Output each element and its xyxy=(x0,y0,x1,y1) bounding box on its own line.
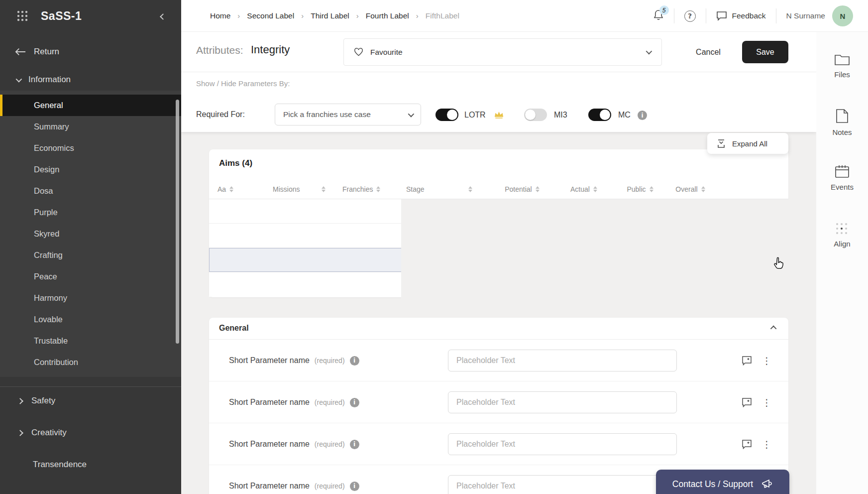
cancel-button[interactable]: Cancel xyxy=(685,41,731,63)
contact-support-button[interactable]: Contact Us / Support xyxy=(656,470,789,494)
sidebar-item-contribution[interactable]: Contribution xyxy=(0,352,181,373)
info-icon[interactable]: i xyxy=(350,440,359,449)
sidebar-item-harmony[interactable]: Harmony xyxy=(0,287,181,309)
rail-item-events[interactable]: Events xyxy=(816,164,868,220)
kebab-menu-icon[interactable]: ⋮ xyxy=(762,398,771,407)
kebab-menu-icon[interactable]: ⋮ xyxy=(762,440,771,449)
required-hint: (required) xyxy=(315,482,345,490)
sidebar-item-crafting[interactable]: Crafting xyxy=(0,245,181,266)
sidebar-item-purple[interactable]: Purple xyxy=(0,202,181,223)
info-icon[interactable]: i xyxy=(350,398,359,407)
breadcrumb-third[interactable]: Third Label xyxy=(311,11,349,20)
avatar: N xyxy=(832,5,853,26)
help-button[interactable]: ? xyxy=(684,10,696,22)
parameter-row: Short Parameter name (required) i ⋮ xyxy=(209,381,788,423)
rail-item-files[interactable]: Files xyxy=(816,53,868,109)
parameter-actions: ⋮ xyxy=(742,340,771,381)
sidebar-item-label: Contribution xyxy=(34,358,78,367)
sidebar-group-transendence[interactable]: Transendence xyxy=(0,452,181,477)
rail-item-notes[interactable]: Notes xyxy=(816,109,868,164)
info-icon[interactable]: i xyxy=(350,482,359,491)
sidebar-item-label: Peace xyxy=(34,272,57,281)
franchise-use-case-select[interactable]: Pick a franchies use case xyxy=(275,104,421,125)
sort-icon xyxy=(701,186,705,192)
unfold-icon xyxy=(716,139,726,148)
column-header-overall[interactable]: Overall xyxy=(666,185,715,193)
column-header-public[interactable]: Public xyxy=(614,185,666,193)
select-value: Pick a franchies use case xyxy=(283,110,371,119)
header-panel: Attributes: Integrity Favourite Cancel S… xyxy=(181,32,816,132)
sidebar-item-label: Economics xyxy=(34,143,74,153)
parameter-input[interactable] xyxy=(448,391,677,413)
sidebar-collapse-icon[interactable] xyxy=(161,10,165,21)
sidebar-item-label: Design xyxy=(34,165,59,174)
sidebar-item-design[interactable]: Design xyxy=(0,159,181,180)
add-comment-icon[interactable] xyxy=(742,439,752,449)
sort-icon xyxy=(593,186,597,192)
megaphone-icon xyxy=(761,479,773,490)
rail-label: Align xyxy=(834,240,850,248)
breadcrumb-separator: › xyxy=(416,11,419,20)
expand-all-button[interactable]: Expand All xyxy=(707,133,788,154)
column-label: Actual xyxy=(570,185,590,193)
collapse-section-icon[interactable] xyxy=(770,326,777,332)
sidebar-item-general[interactable]: General xyxy=(0,95,181,116)
sidebar-item-peace[interactable]: Peace xyxy=(0,266,181,287)
sidebar-section-information[interactable]: Information xyxy=(0,71,181,89)
sort-icon xyxy=(468,186,472,192)
column-label: Potential xyxy=(505,185,532,193)
toggle-mi3[interactable] xyxy=(524,109,547,121)
breadcrumb-current: FifthLabel xyxy=(426,11,459,20)
sidebar-item-dosa[interactable]: Dosa xyxy=(0,180,181,202)
info-icon[interactable]: i xyxy=(350,356,359,366)
sidebar-group-safety[interactable]: Safety xyxy=(0,388,181,413)
required-hint: (required) xyxy=(315,440,345,448)
feedback-button[interactable]: Feedback xyxy=(716,11,766,21)
required-hint: (required) xyxy=(315,398,345,406)
column-header-stage[interactable]: Stage xyxy=(401,185,491,193)
breadcrumb-fourth[interactable]: Fourth Label xyxy=(366,11,409,20)
back-arrow-icon xyxy=(15,48,26,56)
apps-grid-icon[interactable] xyxy=(17,10,28,21)
table-row-onerule: ☆ OneRule LOTR Acquired 12 - - - × xyxy=(209,272,788,297)
parameter-input[interactable] xyxy=(448,350,677,371)
notification-badge: 5 xyxy=(659,5,669,15)
sidebar-item-lovable[interactable]: Lovable xyxy=(0,309,181,330)
sidebar-item-trustable[interactable]: Trustable xyxy=(0,330,181,352)
add-comment-icon[interactable] xyxy=(742,356,752,366)
toggle-mc[interactable] xyxy=(588,109,611,121)
rail-item-align[interactable]: Align xyxy=(816,220,868,276)
column-header-aa[interactable]: Aa xyxy=(209,185,237,193)
user-menu[interactable]: N Surname N xyxy=(786,5,853,26)
column-header-franchies[interactable]: Franchies xyxy=(338,185,401,193)
add-comment-icon[interactable] xyxy=(742,397,752,407)
info-icon[interactable]: i xyxy=(638,111,647,120)
rail-label: Files xyxy=(834,70,850,79)
sidebar-item-summary[interactable]: Summary xyxy=(0,116,181,137)
notifications-button[interactable]: 5 xyxy=(653,9,664,23)
column-header-potential[interactable]: Potential xyxy=(491,185,553,193)
attributes-value: Integrity xyxy=(251,43,290,56)
parameter-input[interactable] xyxy=(448,475,677,494)
sidebar-return[interactable]: Return xyxy=(0,43,181,61)
breadcrumb-second[interactable]: Second Label xyxy=(247,11,294,20)
general-title-row: General xyxy=(209,318,788,340)
sidebar-scrollbar[interactable] xyxy=(176,100,179,344)
breadcrumb-home[interactable]: Home xyxy=(210,11,230,20)
favourite-dropdown[interactable]: Favourite xyxy=(343,38,662,66)
aims-card: Aims (4) Aa Missions Franchies Stage Pot… xyxy=(209,149,788,297)
parameter-input[interactable] xyxy=(448,433,677,455)
contact-support-label: Contact Us / Support xyxy=(672,479,753,490)
column-header-missions[interactable]: Missions xyxy=(265,185,338,193)
save-button[interactable]: Save xyxy=(742,41,788,63)
toggle-knob xyxy=(600,110,610,120)
sidebar-group-creativity[interactable]: Creativity xyxy=(0,420,181,445)
toggle-knob xyxy=(525,110,536,120)
kebab-menu-icon[interactable]: ⋮ xyxy=(762,356,771,366)
toggle-mc-label: MC xyxy=(618,111,631,120)
sidebar-item-skyred[interactable]: Skyred xyxy=(0,223,181,245)
feedback-bubble-icon xyxy=(716,11,727,21)
sidebar-item-economics[interactable]: Economics xyxy=(0,137,181,159)
toggle-lotr[interactable] xyxy=(435,109,458,121)
column-header-actual[interactable]: Actual xyxy=(553,185,614,193)
